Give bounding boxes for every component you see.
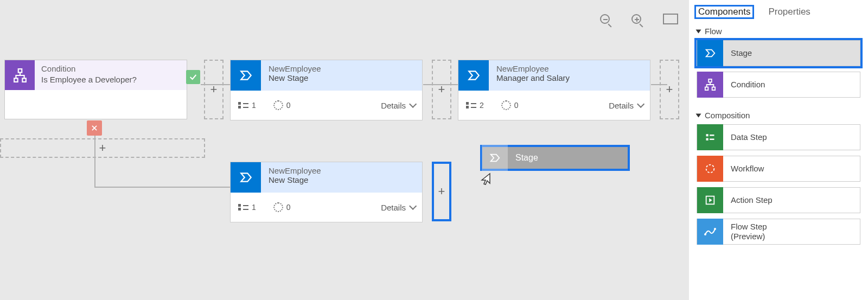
group-header-composition[interactable]: Composition xyxy=(689,103,868,124)
plus-icon: + xyxy=(210,82,218,97)
panel-tabs: Components Properties xyxy=(689,0,868,19)
component-workflow[interactable]: Workflow xyxy=(697,156,860,182)
component-flow-step[interactable]: Flow Step (Preview) xyxy=(697,219,860,245)
svg-rect-9 xyxy=(710,139,714,141)
stage-name-label: New Stage xyxy=(269,175,414,184)
stage-entity-label: NewEmployee xyxy=(496,64,642,73)
collapse-icon xyxy=(696,113,701,117)
component-data-step[interactable]: Data Step xyxy=(697,124,860,150)
svg-rect-2 xyxy=(22,78,26,82)
stage-icon xyxy=(231,162,261,193)
zoom-in-icon[interactable] xyxy=(631,14,641,25)
condition-icon xyxy=(5,60,35,90)
workflow-icon xyxy=(697,156,723,182)
datastep-count: 2 xyxy=(466,101,484,110)
svg-rect-1 xyxy=(14,78,18,82)
stage-name-label: New Stage xyxy=(269,73,414,82)
drop-slot-active[interactable]: + xyxy=(432,162,451,221)
workflow-count: 0 xyxy=(273,202,291,212)
drag-ghost-stage: Stage xyxy=(480,145,630,171)
stage-node[interactable]: NewEmployee New Stage 1 0 Details xyxy=(230,60,423,120)
stage-icon xyxy=(697,40,723,66)
svg-point-12 xyxy=(704,233,706,235)
plus-icon: + xyxy=(438,184,445,199)
flow-step-icon xyxy=(697,219,723,245)
drag-ghost-label: Stage xyxy=(515,153,538,163)
drop-slot[interactable]: + xyxy=(0,138,205,158)
condition-node[interactable]: Condition Is Employee a Developer? xyxy=(4,60,187,119)
svg-rect-0 xyxy=(18,69,22,72)
stage-header: NewEmployee Manager and Salary xyxy=(489,60,650,91)
svg-rect-4 xyxy=(705,87,709,91)
svg-rect-6 xyxy=(706,134,709,136)
plus-icon: + xyxy=(99,141,106,155)
details-toggle[interactable]: Details xyxy=(381,101,414,110)
stage-name-label: Manager and Salary xyxy=(496,73,642,82)
group-header-flow[interactable]: Flow xyxy=(689,19,868,40)
stage-icon xyxy=(458,60,489,91)
svg-point-13 xyxy=(714,228,716,230)
workflow-count: 0 xyxy=(273,100,291,110)
datastep-count: 1 xyxy=(238,101,256,110)
stage-header: NewEmployee New Stage xyxy=(261,162,422,193)
workflow-count: 0 xyxy=(501,100,519,110)
chevron-down-icon xyxy=(409,202,417,210)
chevron-down-icon xyxy=(409,100,417,108)
stage-icon xyxy=(231,60,261,91)
tab-properties[interactable]: Properties xyxy=(768,7,810,19)
action-step-icon xyxy=(697,187,723,213)
tab-components[interactable]: Components xyxy=(694,5,754,19)
svg-rect-7 xyxy=(710,135,714,136)
component-condition[interactable]: Condition xyxy=(697,72,860,98)
stage-icon xyxy=(482,145,508,171)
plus-icon: + xyxy=(438,82,445,97)
condition-false-badge[interactable] xyxy=(87,120,102,136)
connector-line xyxy=(94,187,230,188)
chevron-down-icon xyxy=(637,100,644,108)
stage-header: NewEmployee New Stage xyxy=(261,60,422,91)
svg-rect-5 xyxy=(712,87,716,91)
svg-rect-8 xyxy=(706,138,709,141)
plus-icon: + xyxy=(666,82,673,97)
svg-point-10 xyxy=(706,165,714,173)
drop-slot[interactable]: + xyxy=(432,60,451,119)
cursor-icon xyxy=(481,173,492,186)
datastep-count: 1 xyxy=(238,203,256,212)
designer-canvas[interactable]: Condition Is Employee a Developer? + New… xyxy=(0,0,689,300)
stage-entity-label: NewEmployee xyxy=(269,166,414,175)
condition-title: Is Employee a Developer? xyxy=(41,74,180,85)
collapse-icon xyxy=(696,29,701,33)
condition-type-label: Condition xyxy=(41,63,180,74)
components-panel: Components Properties Flow Stage Conditi… xyxy=(689,0,868,300)
data-step-icon xyxy=(697,124,723,150)
condition-header: Condition Is Employee a Developer? xyxy=(35,60,187,90)
stage-entity-label: NewEmployee xyxy=(269,64,414,73)
fit-screen-icon[interactable] xyxy=(663,14,678,26)
component-action-step[interactable]: Action Step xyxy=(697,187,860,213)
condition-icon xyxy=(697,72,723,98)
zoom-out-icon[interactable] xyxy=(600,14,610,25)
condition-true-badge[interactable] xyxy=(186,70,200,84)
svg-rect-3 xyxy=(709,79,712,82)
drop-slot[interactable]: + xyxy=(660,60,679,119)
stage-node[interactable]: NewEmployee Manager and Salary 2 0 Detai… xyxy=(458,60,650,120)
drop-slot[interactable]: + xyxy=(204,60,224,119)
details-toggle[interactable]: Details xyxy=(609,101,642,110)
canvas-toolbar xyxy=(600,14,678,26)
details-toggle[interactable]: Details xyxy=(381,203,414,212)
component-stage[interactable]: Stage xyxy=(697,40,860,66)
stage-node[interactable]: NewEmployee New Stage 1 0 Details xyxy=(230,162,423,222)
